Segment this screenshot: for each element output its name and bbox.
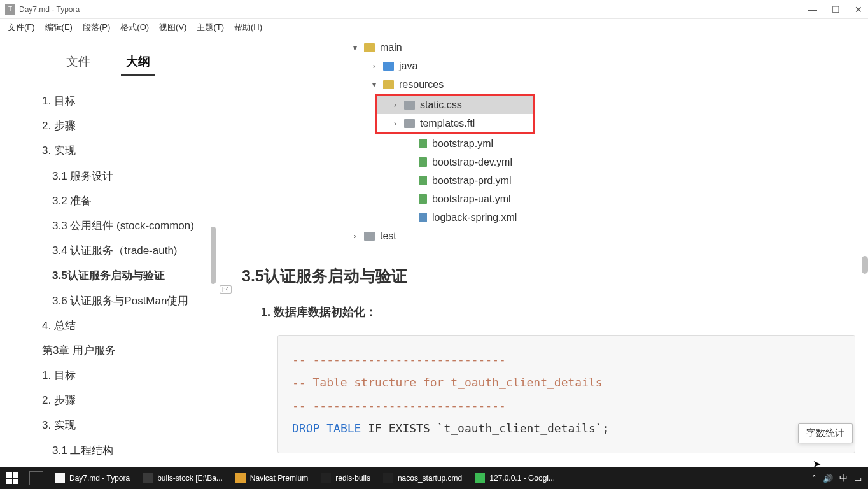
- maximize-button[interactable]: ☐: [831, 5, 840, 14]
- outline-list[interactable]: 1. 目标2. 步骤3. 实现3.1 服务设计3.2 准备3.3 公用组件 (s…: [0, 82, 216, 467]
- tree-label: test: [380, 230, 396, 242]
- outline-item[interactable]: 2. 步骤: [10, 113, 216, 138]
- sidebar-tabs: 文件 大纲: [0, 36, 216, 82]
- taskbar-task[interactable]: 127.0.0.1 - Googl...: [468, 467, 561, 489]
- chevron-icon: ▾: [369, 80, 379, 89]
- menu-edit[interactable]: 编辑(E): [41, 20, 76, 34]
- tree-row: ›java: [280, 57, 855, 75]
- task-label: Navicat Premium: [250, 474, 308, 483]
- outline-item[interactable]: 3. 实现: [10, 138, 216, 163]
- file-icon: [419, 213, 427, 222]
- tree-row: bootstrap-uat.yml: [280, 190, 855, 208]
- code-comment: -- Table structure for t_oauth_client_de…: [292, 376, 603, 389]
- taskbar-task[interactable]: Navicat Premium: [229, 467, 314, 489]
- task-label: 127.0.0.1 - Googl...: [489, 474, 555, 483]
- minimize-button[interactable]: —: [808, 5, 817, 14]
- task-icon: [383, 473, 393, 483]
- task-icon: [55, 473, 65, 483]
- step-text: 数据库数据初始化：: [274, 306, 377, 318]
- task-label: redis-bulls: [335, 474, 370, 483]
- menu-format[interactable]: 格式(O): [116, 20, 153, 34]
- code-comment: -- ----------------------------: [292, 353, 506, 366]
- tree-row: bootstrap-dev.yml: [280, 153, 855, 171]
- task-icon: [143, 473, 153, 483]
- code-text: IF EXISTS `t_oauth_client_details`;: [361, 422, 609, 435]
- highlight-box: ›static.css›templates.ftl: [375, 94, 535, 134]
- task-label: bulls-stock [E:\Ba...: [157, 474, 223, 483]
- tree-row: logback-spring.xml: [280, 208, 855, 227]
- tray-expand-icon[interactable]: ˄: [812, 474, 816, 483]
- start-button[interactable]: [6, 472, 18, 484]
- window-title: Day7.md - Typora: [19, 5, 808, 14]
- outline-item[interactable]: 2. 步骤: [10, 388, 216, 413]
- taskbar-task[interactable]: Day7.md - Typora: [48, 467, 136, 489]
- tree-label: static.css: [420, 99, 462, 111]
- close-button[interactable]: ✕: [854, 5, 863, 14]
- tree-row: ›test: [280, 227, 855, 245]
- outline-item[interactable]: 1. 目标: [10, 89, 216, 113]
- outline-item[interactable]: 3.6 认证服务与PostMan使用: [10, 288, 216, 313]
- tab-outline[interactable]: 大纲: [121, 50, 155, 76]
- menubar: 文件(F) 编辑(E) 段落(P) 格式(O) 视图(V) 主题(T) 帮助(H…: [0, 19, 868, 36]
- taskbar-task[interactable]: redis-bulls: [314, 467, 377, 489]
- outline-item[interactable]: 3.4 认证服务（trade-auth): [10, 238, 216, 263]
- code-block[interactable]: -- ---------------------------- -- Table…: [277, 335, 855, 453]
- outline-item[interactable]: 1. 目标: [10, 363, 216, 388]
- task-label: Day7.md - Typora: [69, 474, 130, 483]
- tab-file[interactable]: 文件: [61, 50, 95, 76]
- tree-row: ▾resources: [280, 75, 855, 94]
- chevron-icon: ▾: [350, 43, 360, 52]
- outline-item[interactable]: 3.2 准备: [10, 188, 216, 213]
- content-scrollbar[interactable]: [862, 256, 868, 274]
- outline-item[interactable]: 3.1 工程结构: [10, 438, 216, 463]
- chevron-icon: ›: [350, 232, 360, 241]
- tree-row: bootstrap.yml: [280, 134, 855, 153]
- tree-row: ›templates.ftl: [377, 114, 533, 132]
- task-view-icon[interactable]: [29, 471, 43, 485]
- menu-paragraph[interactable]: 段落(P): [79, 20, 114, 34]
- chevron-icon: ›: [390, 101, 400, 110]
- tree-label: templates.ftl: [420, 118, 475, 129]
- code-comment: -- ----------------------------: [292, 399, 506, 412]
- folder-icon: [383, 62, 394, 71]
- file-icon: [419, 176, 427, 185]
- step-1[interactable]: 1. 数据库数据初始化：: [261, 304, 855, 320]
- folder-icon: [383, 80, 394, 89]
- tree-label: resources: [399, 79, 444, 90]
- file-icon: [419, 139, 427, 148]
- tree-label: logback-spring.xml: [432, 212, 517, 223]
- menu-help[interactable]: 帮助(H): [230, 20, 266, 34]
- project-tree-image: ▾main›java▾resources›static.css›template…: [242, 36, 855, 253]
- task-icon: [235, 473, 246, 483]
- outline-item[interactable]: 3.5认证服务启动与验证: [10, 263, 216, 288]
- tree-label: bootstrap-prd.yml: [432, 175, 512, 187]
- menu-view[interactable]: 视图(V): [155, 20, 190, 34]
- folder-icon: [364, 43, 375, 52]
- tree-row: ▾main: [280, 38, 855, 57]
- taskbar-task[interactable]: bulls-stock [E:\Ba...: [136, 467, 229, 489]
- folder-icon: [364, 232, 375, 241]
- tree-label: bootstrap-uat.yml: [432, 194, 511, 205]
- tree-label: bootstrap.yml: [432, 138, 493, 150]
- heading-h4[interactable]: 3.5认证服务启动与验证: [242, 266, 855, 287]
- outline-item[interactable]: 3.1 服务设计: [10, 164, 216, 188]
- sidebar-scrollbar[interactable]: [211, 227, 216, 284]
- ime-icon[interactable]: 中: [839, 472, 848, 484]
- outline-item[interactable]: 3.3 公用组件 (stock-common): [10, 213, 216, 238]
- h4-badge: h4: [220, 285, 232, 294]
- taskbar-task[interactable]: nacos_startup.cmd: [377, 467, 468, 489]
- tree-label: main: [380, 42, 402, 53]
- outline-item[interactable]: 4. 总结: [10, 313, 216, 338]
- code-keyword: DROP: [292, 422, 319, 435]
- file-icon: [419, 194, 427, 204]
- volume-icon[interactable]: 🔊: [823, 474, 833, 483]
- menu-theme[interactable]: 主题(T): [193, 20, 228, 34]
- notification-icon[interactable]: ▭: [854, 474, 862, 483]
- titlebar: T Day7.md - Typora — ☐ ✕: [0, 0, 868, 19]
- content-area[interactable]: ▾main›java▾resources›static.css›template…: [216, 36, 868, 467]
- task-icon: [475, 473, 485, 483]
- code-keyword: TABLE: [326, 422, 361, 435]
- outline-item[interactable]: 第3章 用户服务: [10, 338, 216, 363]
- outline-item[interactable]: 3. 实现: [10, 413, 216, 437]
- menu-file[interactable]: 文件(F): [4, 20, 39, 34]
